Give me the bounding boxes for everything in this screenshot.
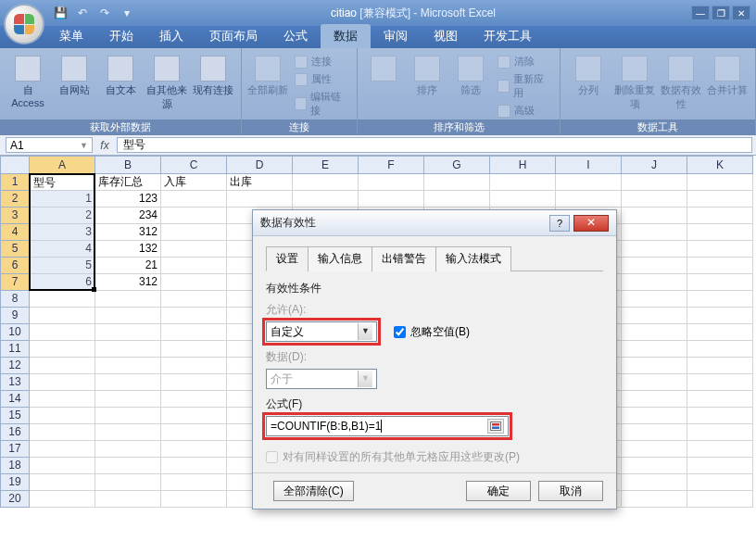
- cancel-button[interactable]: 取消: [538, 481, 603, 501]
- cell[interactable]: [30, 374, 95, 391]
- cell[interactable]: [687, 424, 753, 441]
- cell[interactable]: [95, 474, 161, 491]
- fx-button[interactable]: fx: [93, 135, 117, 155]
- row-header[interactable]: 20: [0, 491, 30, 508]
- ribbon-button[interactable]: 自网站: [52, 52, 96, 97]
- ribbon-tab[interactable]: 开发工具: [471, 24, 545, 48]
- column-header[interactable]: J: [622, 156, 687, 174]
- cell[interactable]: [622, 308, 687, 324]
- cell[interactable]: [161, 224, 227, 241]
- cell[interactable]: [95, 391, 161, 408]
- ribbon-button[interactable]: 筛选: [450, 52, 492, 97]
- cell[interactable]: [30, 391, 95, 408]
- cell[interactable]: [161, 441, 227, 458]
- cell[interactable]: [30, 491, 95, 508]
- ribbon-button-small[interactable]: 重新应用: [494, 71, 554, 101]
- cell[interactable]: [95, 458, 161, 474]
- dialog-tab[interactable]: 输入信息: [308, 246, 372, 271]
- row-header[interactable]: 2: [0, 191, 30, 208]
- cell[interactable]: [359, 191, 424, 208]
- cell[interactable]: [622, 491, 687, 508]
- dialog-tab[interactable]: 设置: [266, 246, 309, 271]
- row-header[interactable]: 15: [0, 408, 30, 424]
- cell[interactable]: 出库: [227, 174, 293, 191]
- cell[interactable]: [30, 324, 95, 341]
- ribbon-button[interactable]: 全部刷新: [247, 52, 289, 97]
- cell[interactable]: [622, 208, 687, 224]
- cell[interactable]: [622, 224, 687, 241]
- cell[interactable]: [687, 324, 753, 341]
- ribbon-tab[interactable]: 审阅: [371, 24, 421, 48]
- cell[interactable]: [30, 291, 95, 308]
- cell[interactable]: [687, 374, 753, 391]
- cell[interactable]: [293, 174, 359, 191]
- ribbon-tab[interactable]: 开始: [96, 24, 146, 48]
- cell[interactable]: [161, 474, 227, 491]
- cell[interactable]: 6: [30, 274, 95, 291]
- cell[interactable]: [622, 391, 687, 408]
- cell[interactable]: [687, 241, 753, 258]
- cell[interactable]: [622, 341, 687, 358]
- cell[interactable]: [359, 174, 424, 191]
- cell[interactable]: [30, 341, 95, 358]
- row-header[interactable]: 9: [0, 308, 30, 324]
- cell[interactable]: [30, 424, 95, 441]
- column-header[interactable]: G: [424, 156, 490, 174]
- cell[interactable]: [556, 174, 622, 191]
- cell[interactable]: [161, 408, 227, 424]
- cell[interactable]: [95, 308, 161, 324]
- cell[interactable]: [30, 441, 95, 458]
- ribbon-tab[interactable]: 菜单: [46, 24, 96, 48]
- cell[interactable]: [161, 208, 227, 224]
- ribbon-button-small[interactable]: 连接: [291, 54, 351, 69]
- cell[interactable]: [687, 224, 753, 241]
- dialog-help-button[interactable]: ?: [549, 215, 570, 232]
- ribbon-button[interactable]: 合并计算: [705, 52, 750, 97]
- cell[interactable]: [622, 258, 687, 274]
- cell[interactable]: [30, 474, 95, 491]
- dialog-close-button[interactable]: ✕: [573, 215, 609, 232]
- row-header[interactable]: 5: [0, 241, 30, 258]
- cell[interactable]: [424, 191, 490, 208]
- row-header[interactable]: 14: [0, 391, 30, 408]
- ok-button[interactable]: 确定: [466, 481, 531, 501]
- cell[interactable]: [161, 391, 227, 408]
- cell[interactable]: [161, 358, 227, 374]
- cell[interactable]: [622, 474, 687, 491]
- range-picker-icon[interactable]: [487, 419, 504, 434]
- cell[interactable]: [30, 308, 95, 324]
- column-header[interactable]: E: [293, 156, 359, 174]
- row-header[interactable]: 4: [0, 224, 30, 241]
- cell[interactable]: [687, 208, 753, 224]
- allow-select[interactable]: 自定义 ▼: [266, 321, 377, 342]
- cell[interactable]: [161, 424, 227, 441]
- ribbon-button[interactable]: 分列: [566, 52, 611, 97]
- ribbon-tab[interactable]: 插入: [146, 24, 196, 48]
- column-header[interactable]: C: [161, 156, 227, 174]
- ribbon-button[interactable]: 数据有效性: [659, 52, 703, 111]
- row-header[interactable]: 3: [0, 208, 30, 224]
- column-header[interactable]: H: [490, 156, 556, 174]
- cell[interactable]: [490, 174, 556, 191]
- cell[interactable]: [622, 374, 687, 391]
- cell[interactable]: [95, 374, 161, 391]
- cell[interactable]: [95, 358, 161, 374]
- column-header[interactable]: B: [95, 156, 161, 174]
- ribbon-tab[interactable]: 数据: [321, 24, 371, 48]
- formula-input[interactable]: 型号: [117, 137, 752, 153]
- ignore-blank-input[interactable]: [394, 326, 406, 338]
- cell[interactable]: [622, 291, 687, 308]
- ribbon-button-small[interactable]: 属性: [291, 71, 351, 87]
- qat-dropdown-icon[interactable]: ▾: [119, 5, 135, 21]
- cell[interactable]: [622, 241, 687, 258]
- cell[interactable]: [161, 274, 227, 291]
- dialog-titlebar[interactable]: 数据有效性 ? ✕: [253, 210, 616, 236]
- column-header[interactable]: I: [556, 156, 622, 174]
- cell[interactable]: [95, 441, 161, 458]
- cell[interactable]: 1: [30, 191, 95, 208]
- row-header[interactable]: 18: [0, 458, 30, 474]
- cell[interactable]: [687, 341, 753, 358]
- row-header[interactable]: 19: [0, 474, 30, 491]
- ribbon-tab[interactable]: 视图: [421, 24, 471, 48]
- cell[interactable]: [687, 274, 753, 291]
